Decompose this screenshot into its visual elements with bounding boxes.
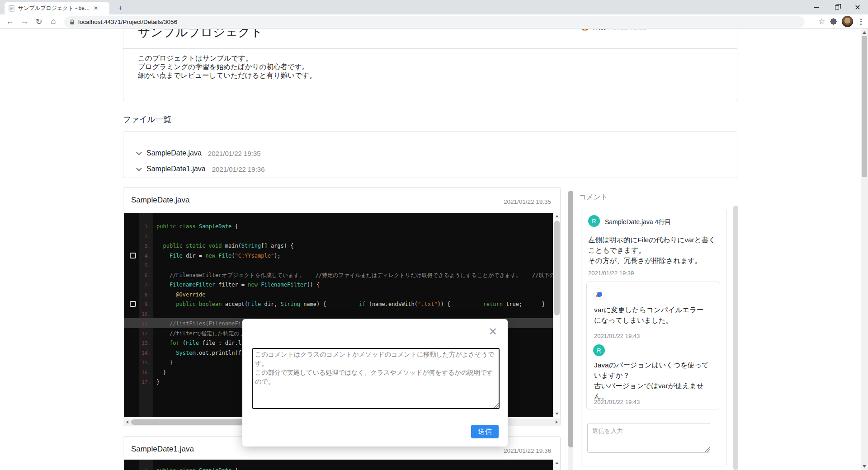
line-numbers: 1.2.3.4.5.6.7.8.9.10.11.12.13.14.15.16.1… [139, 222, 153, 387]
comment-marker-icon[interactable] [130, 301, 136, 307]
code-vertical-scrollbar[interactable] [553, 460, 560, 470]
comment-body: 左側は明示的にFileの代わりにvarと書くこともできます。 その方が、冗長さが… [588, 235, 721, 266]
scrollbar-thumb[interactable] [862, 36, 867, 177]
send-button[interactable]: 送信 [471, 425, 499, 438]
scroll-down-icon[interactable] [555, 413, 559, 415]
code-filename: SampleDate.java [131, 196, 189, 205]
profile-avatar[interactable] [842, 16, 853, 27]
scroll-up-icon[interactable] [555, 462, 559, 464]
address-bar[interactable]: localhost:44371/Project/Details/3056 [64, 16, 805, 28]
comment-textarea[interactable]: このコメントはクラスのコメントかメソッドのコメントに移動した方がよさそうです。 … [252, 348, 500, 409]
url-text[interactable]: localhost:44371/Project/Details/3056 [78, 19, 177, 25]
file-list-card: SampleDate.java 2021/01/22 19:35 SampleD… [123, 132, 737, 178]
forward-button[interactable]: → [17, 15, 32, 28]
project-created-date: 作成：2021/01/22 [592, 29, 646, 32]
page-title: サンプルプロジェクト [138, 29, 263, 40]
avatar [593, 288, 605, 300]
resize-handle-icon[interactable] [705, 447, 710, 452]
file-timestamp: 2021/01/22 19:36 [212, 165, 265, 173]
scroll-left-icon[interactable] [126, 420, 128, 424]
chevron-down-icon[interactable] [136, 150, 142, 155]
section-scrollbar[interactable] [568, 191, 573, 470]
comment-timestamp: 2021/01/22 19:43 [594, 333, 640, 339]
code-vertical-scrollbar[interactable] [553, 213, 560, 417]
comment-body: varに変更したらコンパイルエラーになってしまいました。 [594, 305, 711, 325]
scroll-up-icon[interactable] [555, 215, 559, 217]
restore-button[interactable] [826, 0, 847, 14]
page-scrollbar[interactable] [861, 29, 868, 470]
comments-heading: コメント [579, 193, 608, 202]
minimize-icon [814, 7, 819, 8]
file-row[interactable]: SampleDate1.java 2021/01/22 19:36 [138, 164, 265, 174]
scrollbar-thumb[interactable] [554, 221, 560, 315]
back-button[interactable]: ← [3, 15, 17, 28]
browser-menu-button[interactable] [858, 19, 864, 25]
file-row[interactable]: SampleDate.java 2021/01/22 19:35 [138, 148, 261, 159]
scroll-right-icon[interactable] [556, 420, 558, 424]
tab-title: サンプルプロジェクト - better-code [18, 5, 90, 12]
code-timestamp: 2021/01/22 19:36 [504, 447, 551, 454]
project-card-header: サンプルプロジェクト 作成：2021/01/22 [123, 29, 737, 49]
comment-card: R SampleDate.java 4行目 左側は明示的にFileの代わりにva… [581, 209, 727, 466]
avatar: R [593, 344, 605, 356]
chevron-down-icon[interactable] [136, 165, 142, 171]
comment-body: Javaのバージョンはいくつを使っていますか？ 古いバージョンではvarが使えま… [594, 360, 710, 401]
bookmark-star-icon[interactable]: ☆ [818, 17, 825, 26]
page-content: サンプルプロジェクト 作成：2021/01/22 このプロジェクトはサンプルです… [0, 29, 861, 470]
comment-timestamp: 2021/01/22 19:39 [588, 270, 634, 277]
minimize-button[interactable] [806, 0, 826, 14]
line-numbers: 1. [139, 466, 153, 470]
code-filename: SampleDate1.java [131, 445, 194, 454]
project-owner-avatar [581, 29, 589, 31]
tab-close-icon[interactable]: ✕ [94, 5, 98, 11]
project-description: このプロジェクトはサンプルです。 プログラミングの学習を始めたばかりの初心者です… [138, 54, 316, 80]
scroll-down-icon[interactable] [863, 465, 866, 468]
new-tab-button[interactable]: + [115, 3, 126, 14]
scroll-up-icon[interactable] [863, 31, 866, 34]
modal-close-icon[interactable]: ✕ [488, 326, 497, 337]
files-heading: ファイル一覧 [123, 114, 171, 125]
comment-title: SampleDate.java 4行目 [605, 218, 671, 226]
tab-bar: サンプルプロジェクト - better-code ✕ + ✕ [0, 0, 868, 14]
file-timestamp: 2021/01/22 19:35 [208, 150, 261, 157]
comment-modal: ✕ このコメントはクラスのコメントかメソッドのコメントに移動した方がよさそうです… [242, 319, 508, 446]
favicon-icon [8, 5, 15, 12]
home-button[interactable]: ⌂ [46, 15, 61, 28]
extensions-icon[interactable] [830, 18, 837, 25]
scrollbar-thumb[interactable] [568, 191, 573, 447]
close-window-button[interactable]: ✕ [847, 0, 868, 14]
replies-card: varに変更したらコンパイルエラーになってしまいました。 2021/01/22 … [586, 282, 720, 409]
code-editor[interactable]: 1. public class SampleDate { [124, 460, 553, 470]
reply-input[interactable] [587, 423, 710, 453]
code-lines: public class SampleDate { [156, 466, 238, 470]
resize-handle-icon[interactable] [494, 403, 499, 408]
browser-window: サンプルプロジェクト - better-code ✕ + ✕ ← → ↻ ⌂ l… [0, 0, 868, 470]
avatar: R [588, 215, 600, 227]
code-timestamp: 2021/01/22 19:35 [504, 198, 551, 205]
browser-tab[interactable]: サンプルプロジェクト - better-code ✕ [5, 2, 109, 14]
file-name[interactable]: SampleDate1.java [146, 165, 206, 173]
comment-timestamp: 2021/01/22 19:43 [594, 399, 640, 405]
browser-toolbar: ← → ↻ ⌂ localhost:44371/Project/Details/… [0, 14, 868, 29]
comment-marker-icon[interactable] [130, 253, 136, 258]
lock-icon [70, 19, 75, 25]
restore-icon [835, 5, 839, 9]
file-name[interactable]: SampleDate.java [146, 149, 202, 157]
reload-button[interactable]: ↻ [32, 15, 46, 28]
project-card: サンプルプロジェクト 作成：2021/01/22 このプロジェクトはサンプルです… [123, 29, 737, 101]
comments-scrollbar[interactable] [733, 206, 738, 470]
